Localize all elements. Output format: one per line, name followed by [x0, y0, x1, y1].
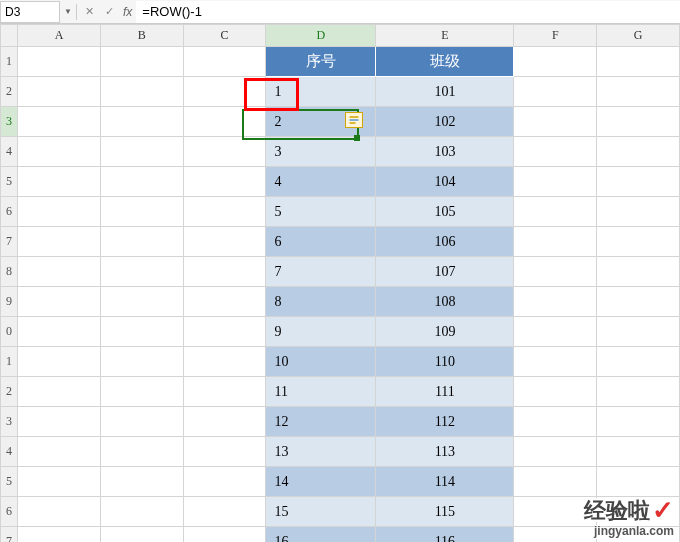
- data-cell-e[interactable]: 106: [376, 227, 514, 257]
- cell[interactable]: [597, 347, 680, 377]
- cell[interactable]: [514, 407, 597, 437]
- col-header-A[interactable]: A: [18, 25, 101, 47]
- cell[interactable]: [597, 47, 680, 77]
- data-cell-e[interactable]: 111: [376, 377, 514, 407]
- cell[interactable]: [100, 47, 183, 77]
- cell[interactable]: [514, 287, 597, 317]
- cell[interactable]: [100, 167, 183, 197]
- data-cell-e[interactable]: 112: [376, 407, 514, 437]
- data-cell-e[interactable]: 104: [376, 167, 514, 197]
- cell[interactable]: [514, 257, 597, 287]
- data-cell-e[interactable]: 113: [376, 437, 514, 467]
- cell[interactable]: [100, 197, 183, 227]
- cell[interactable]: [183, 497, 266, 527]
- data-cell-e[interactable]: 101: [376, 77, 514, 107]
- data-cell-e[interactable]: 109: [376, 317, 514, 347]
- cell[interactable]: [18, 257, 101, 287]
- cell[interactable]: [100, 77, 183, 107]
- data-cell-e[interactable]: 105: [376, 197, 514, 227]
- cell[interactable]: [514, 467, 597, 497]
- row-header-3[interactable]: 3: [1, 107, 18, 137]
- cell[interactable]: [100, 497, 183, 527]
- data-cell-e[interactable]: 102: [376, 107, 514, 137]
- cell[interactable]: [183, 527, 266, 543]
- autofill-options-icon[interactable]: [345, 112, 363, 128]
- cell[interactable]: [597, 287, 680, 317]
- cell[interactable]: [18, 467, 101, 497]
- data-cell-d[interactable]: 10: [266, 347, 376, 377]
- data-cell-e[interactable]: 114: [376, 467, 514, 497]
- cell[interactable]: [100, 317, 183, 347]
- cell[interactable]: [183, 197, 266, 227]
- cell[interactable]: [597, 437, 680, 467]
- cell[interactable]: [100, 107, 183, 137]
- row-header-12[interactable]: 2: [1, 377, 18, 407]
- name-box[interactable]: D3: [0, 1, 60, 23]
- cell[interactable]: [100, 407, 183, 437]
- cell[interactable]: [100, 227, 183, 257]
- cell[interactable]: [18, 137, 101, 167]
- data-cell-d[interactable]: 16: [266, 527, 376, 543]
- cell[interactable]: [18, 287, 101, 317]
- cell[interactable]: [183, 257, 266, 287]
- cell[interactable]: [597, 197, 680, 227]
- cell[interactable]: [514, 137, 597, 167]
- cell[interactable]: [100, 137, 183, 167]
- cell[interactable]: [183, 317, 266, 347]
- data-cell-d[interactable]: 7: [266, 257, 376, 287]
- select-all-corner[interactable]: [1, 25, 18, 47]
- formula-input[interactable]: [136, 1, 680, 23]
- row-header-10[interactable]: 0: [1, 317, 18, 347]
- cell[interactable]: [100, 527, 183, 543]
- cancel-icon[interactable]: ✕: [79, 2, 99, 22]
- cell[interactable]: [100, 377, 183, 407]
- data-cell-d[interactable]: 8: [266, 287, 376, 317]
- cell[interactable]: [597, 257, 680, 287]
- row-header-11[interactable]: 1: [1, 347, 18, 377]
- row-header-14[interactable]: 4: [1, 437, 18, 467]
- col-header-G[interactable]: G: [597, 25, 680, 47]
- cell[interactable]: [597, 167, 680, 197]
- cell[interactable]: [514, 227, 597, 257]
- cell[interactable]: [18, 77, 101, 107]
- cell[interactable]: [18, 497, 101, 527]
- data-cell-e[interactable]: 103: [376, 137, 514, 167]
- cell[interactable]: [597, 317, 680, 347]
- cell[interactable]: [514, 107, 597, 137]
- row-header-9[interactable]: 9: [1, 287, 18, 317]
- header-cell-e[interactable]: 班级: [376, 47, 514, 77]
- cell[interactable]: [183, 467, 266, 497]
- cell[interactable]: [183, 437, 266, 467]
- cell[interactable]: [100, 437, 183, 467]
- cell[interactable]: [514, 167, 597, 197]
- data-cell-d[interactable]: 14: [266, 467, 376, 497]
- cell[interactable]: [18, 317, 101, 347]
- row-header-7[interactable]: 7: [1, 227, 18, 257]
- data-cell-d[interactable]: 9: [266, 317, 376, 347]
- cell[interactable]: [514, 47, 597, 77]
- cell[interactable]: [514, 317, 597, 347]
- cell[interactable]: [18, 407, 101, 437]
- cell[interactable]: [597, 107, 680, 137]
- cell[interactable]: [597, 467, 680, 497]
- confirm-icon[interactable]: ✓: [99, 2, 119, 22]
- cell[interactable]: [18, 197, 101, 227]
- cell[interactable]: [514, 437, 597, 467]
- cell[interactable]: [183, 407, 266, 437]
- row-header-16[interactable]: 6: [1, 497, 18, 527]
- data-cell-d[interactable]: 4: [266, 167, 376, 197]
- cell[interactable]: [100, 467, 183, 497]
- cell[interactable]: [183, 347, 266, 377]
- cell[interactable]: [18, 377, 101, 407]
- cell[interactable]: [100, 347, 183, 377]
- cell[interactable]: [18, 527, 101, 543]
- row-header-15[interactable]: 5: [1, 467, 18, 497]
- data-cell-d[interactable]: 5: [266, 197, 376, 227]
- data-cell-d[interactable]: 13: [266, 437, 376, 467]
- cell[interactable]: [514, 77, 597, 107]
- cell[interactable]: [183, 227, 266, 257]
- fx-icon[interactable]: fx: [119, 5, 136, 19]
- data-cell-e[interactable]: 108: [376, 287, 514, 317]
- col-header-F[interactable]: F: [514, 25, 597, 47]
- cell[interactable]: [514, 197, 597, 227]
